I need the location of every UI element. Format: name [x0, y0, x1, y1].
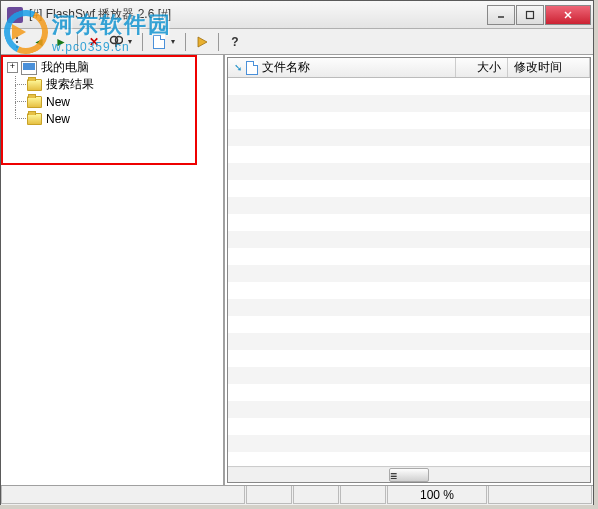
list-row: [228, 333, 590, 350]
computer-icon: [21, 61, 37, 75]
svg-point-5: [116, 36, 123, 43]
column-label: 文件名称: [262, 59, 310, 76]
status-cell: [340, 486, 386, 504]
file-icon: [246, 61, 258, 75]
toolbar: ⋮ ◄ ► ✕ ▾ ▾ ?: [1, 29, 593, 55]
list-row: [228, 384, 590, 401]
delete-button[interactable]: ✕: [84, 32, 104, 52]
horizontal-scrollbar[interactable]: ≡: [228, 466, 590, 482]
list-row: [228, 248, 590, 265]
separator-icon: [142, 33, 143, 51]
list-row: [228, 418, 590, 435]
app-icon: [7, 7, 23, 23]
column-mtime[interactable]: 修改时间: [508, 58, 590, 77]
list-row: [228, 367, 590, 384]
list-row: [228, 129, 590, 146]
close-button[interactable]: [545, 5, 591, 25]
find-button[interactable]: [106, 32, 126, 52]
svg-marker-7: [198, 37, 207, 47]
arrow-icon: ➘: [234, 62, 242, 73]
list-header: ➘ 文件名称 大小 修改时间: [228, 58, 590, 78]
tree-label: 搜索结果: [46, 76, 94, 93]
grip-icon: ⋮: [7, 32, 27, 52]
column-filename[interactable]: ➘ 文件名称: [228, 58, 456, 77]
folder-icon: [27, 96, 42, 108]
status-cell: [1, 486, 245, 504]
list-row: [228, 350, 590, 367]
tree-label: New: [46, 112, 70, 126]
tree-item-new1[interactable]: New: [5, 93, 219, 110]
tree-item-search[interactable]: 搜索结果: [5, 76, 219, 93]
list-row: [228, 435, 590, 452]
list-row: [228, 452, 590, 466]
column-label: 修改时间: [514, 59, 562, 76]
scrollbar-track[interactable]: ≡: [228, 468, 590, 482]
folder-icon: [27, 113, 42, 125]
folder-icon: [27, 79, 42, 91]
column-size[interactable]: 大小: [456, 58, 508, 77]
expand-icon[interactable]: +: [7, 62, 18, 73]
tree-item-new2[interactable]: New: [5, 110, 219, 127]
list-row: [228, 180, 590, 197]
window-controls: [486, 5, 591, 25]
list-row: [228, 316, 590, 333]
tree-label: 我的电脑: [41, 59, 89, 76]
back-button[interactable]: ◄: [29, 32, 49, 52]
list-row: [228, 231, 590, 248]
statusbar: 100 %: [1, 485, 593, 505]
forward-button[interactable]: ►: [51, 32, 71, 52]
list-body[interactable]: [228, 78, 590, 466]
titlebar: [#] FlashSwf 播放器 2.6 [#]: [1, 1, 593, 29]
list-row: [228, 214, 590, 231]
file-list-panel: ➘ 文件名称 大小 修改时间: [227, 57, 591, 483]
separator-icon: [218, 33, 219, 51]
tree-label: New: [46, 95, 70, 109]
play-button[interactable]: [192, 32, 212, 52]
column-label: 大小: [477, 59, 501, 76]
list-row: [228, 282, 590, 299]
list-row: [228, 163, 590, 180]
help-button[interactable]: ?: [225, 32, 245, 52]
svg-rect-1: [527, 11, 534, 18]
scrollbar-thumb[interactable]: ≡: [389, 468, 429, 482]
tree-panel: + 我的电脑 搜索结果 New New: [1, 55, 225, 485]
content-area: + 我的电脑 搜索结果 New New ➘ 文件名: [1, 55, 593, 485]
separator-icon: [185, 33, 186, 51]
maximize-button[interactable]: [516, 5, 544, 25]
list-row: [228, 299, 590, 316]
status-zoom: 100 %: [387, 486, 487, 504]
new-button[interactable]: [149, 32, 169, 52]
list-row: [228, 146, 590, 163]
find-dropdown[interactable]: ▾: [128, 37, 136, 46]
tree-item-mycomputer[interactable]: + 我的电脑: [5, 59, 219, 76]
window-title: [#] FlashSwf 播放器 2.6 [#]: [29, 6, 486, 23]
minimize-button[interactable]: [487, 5, 515, 25]
status-cell: [488, 486, 592, 504]
separator-icon: [77, 33, 78, 51]
list-row: [228, 401, 590, 418]
app-window: [#] FlashSwf 播放器 2.6 [#] ⋮ ◄ ► ✕ ▾ ▾ ? +…: [0, 0, 594, 505]
status-cell: [246, 486, 292, 504]
status-cell: [293, 486, 339, 504]
list-row: [228, 112, 590, 129]
list-row: [228, 95, 590, 112]
list-row: [228, 265, 590, 282]
list-row: [228, 197, 590, 214]
new-dropdown[interactable]: ▾: [171, 37, 179, 46]
list-row: [228, 78, 590, 95]
